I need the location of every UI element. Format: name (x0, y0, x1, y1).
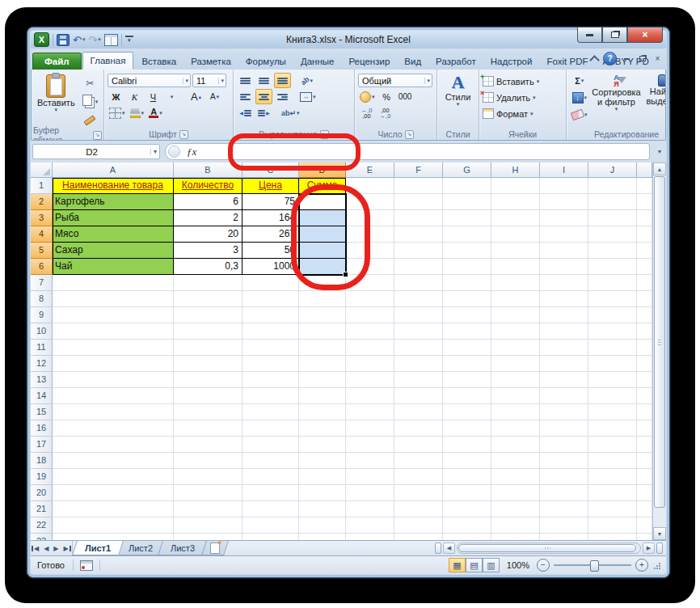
cell-B5[interactable]: 3 (174, 243, 242, 259)
ribbon-tab-4[interactable]: Формулы (238, 53, 293, 70)
view-normal-button[interactable]: ▦ (449, 558, 466, 572)
cell-A8[interactable] (53, 291, 174, 307)
cell-A5[interactable]: Сахар (53, 243, 174, 259)
cell-A14[interactable] (53, 388, 174, 404)
cell-F10[interactable] (394, 323, 443, 340)
cell-H17[interactable] (491, 437, 540, 453)
cell-J22[interactable] (588, 517, 637, 534)
window-split-handle[interactable] (656, 543, 663, 554)
cell-H19[interactable] (491, 469, 540, 485)
cell-A9[interactable] (53, 307, 174, 323)
cell-A1[interactable]: Наименование товара (53, 178, 174, 194)
cell-J7[interactable] (588, 275, 637, 291)
cell-H16[interactable] (491, 420, 540, 437)
cell-H1[interactable] (491, 178, 540, 194)
italic-button[interactable]: К (126, 89, 143, 104)
cell-C4[interactable]: 267 (242, 226, 299, 243)
cell-F19[interactable] (394, 469, 443, 485)
cell-F7[interactable] (394, 275, 443, 291)
cell-D12[interactable] (299, 356, 346, 372)
align-right-button[interactable] (274, 89, 291, 104)
cell-I7[interactable] (540, 275, 588, 291)
autosum-button[interactable]: Σ▾ (570, 73, 589, 88)
cell-H2[interactable] (491, 194, 540, 210)
horizontal-scroll-thumb[interactable] (458, 544, 636, 552)
cell-J14[interactable] (588, 388, 637, 404)
cell-F21[interactable] (394, 501, 443, 517)
cell-I17[interactable] (540, 437, 588, 453)
cell-J6[interactable] (588, 259, 637, 275)
sheet-tab-3[interactable]: Лист3 (158, 541, 208, 555)
cell-I8[interactable] (540, 291, 588, 307)
cell-B21[interactable] (174, 501, 242, 517)
cell-F12[interactable] (394, 356, 443, 372)
cell-C6[interactable]: 1000 (242, 259, 299, 275)
ribbon-tab-7[interactable]: Вид (397, 53, 428, 70)
cell-B4[interactable]: 20 (174, 226, 242, 243)
first-sheet-icon[interactable]: ◀ (34, 545, 39, 552)
cell-C11[interactable] (242, 340, 299, 356)
scroll-up-icon[interactable]: ▲ (653, 163, 666, 175)
col-header-B[interactable]: B (174, 163, 242, 178)
cell-B23[interactable] (174, 534, 242, 540)
cell-C7[interactable] (242, 275, 299, 291)
cell-I10[interactable] (540, 323, 588, 340)
cell-B16[interactable] (174, 420, 242, 437)
cell-J20[interactable] (588, 485, 637, 501)
cell-F1[interactable] (394, 178, 443, 194)
col-header-I[interactable]: I (540, 163, 588, 178)
cell-A2[interactable]: Картофель (53, 194, 174, 210)
cell-B22[interactable] (174, 517, 242, 534)
help-icon[interactable]: ? (603, 52, 617, 65)
cell-G10[interactable] (443, 323, 491, 340)
horizontal-scroll-track[interactable] (457, 543, 641, 554)
cell-H8[interactable] (491, 291, 540, 307)
formula-input-area[interactable]: ƒx (165, 143, 650, 160)
cell-A10[interactable] (53, 323, 174, 340)
cell-C1[interactable]: Цена (242, 178, 299, 194)
cell-B17[interactable] (174, 437, 242, 453)
cell-G19[interactable] (443, 469, 491, 485)
cell-B6[interactable]: 0,3 (174, 259, 242, 275)
cell-G8[interactable] (443, 291, 491, 307)
cell-J13[interactable] (588, 372, 637, 388)
row-header-4[interactable]: 4 (31, 226, 53, 243)
quick-table-icon[interactable] (104, 34, 118, 46)
cell-B8[interactable] (174, 291, 242, 307)
cell-C16[interactable] (242, 420, 299, 437)
cell-C20[interactable] (242, 485, 299, 501)
cell-E15[interactable] (346, 404, 394, 420)
cell-G1[interactable] (443, 178, 491, 194)
row-header-23[interactable]: 23 (31, 534, 53, 540)
cell-F20[interactable] (394, 485, 443, 501)
cell-D9[interactable] (299, 307, 346, 323)
ribbon-tab-1[interactable]: Главная (82, 52, 134, 70)
cell-E13[interactable] (346, 372, 394, 388)
font-family-combo[interactable]: Calibri▾ (108, 74, 191, 87)
cell-F22[interactable] (394, 517, 443, 534)
cell-A20[interactable] (53, 485, 174, 501)
col-header-F[interactable]: F (394, 163, 443, 178)
cell-D11[interactable] (299, 340, 346, 356)
cell-B11[interactable] (174, 340, 242, 356)
sort-filter-button[interactable]: АЯ Сортировка и фильтр▾ (591, 73, 643, 127)
copy-button[interactable]: ▾ (81, 94, 100, 109)
dialog-launcher-icon[interactable]: ↘ (93, 131, 102, 140)
dialog-launcher-icon[interactable]: ↘ (320, 130, 329, 139)
cell-D1[interactable]: Сумма (299, 178, 346, 194)
expand-formula-bar-icon[interactable]: ▾ (655, 148, 664, 155)
cell-B13[interactable] (174, 372, 242, 388)
cell-A13[interactable] (53, 372, 174, 388)
cell-J21[interactable] (588, 501, 637, 517)
insert-function-icon[interactable]: ƒx (187, 146, 196, 158)
cell-E11[interactable] (346, 340, 394, 356)
scroll-down-icon[interactable]: ▼ (653, 527, 666, 540)
cell-I14[interactable] (540, 388, 588, 404)
cell-C9[interactable] (242, 307, 299, 323)
cell-A11[interactable] (53, 340, 174, 356)
row-header-10[interactable]: 10 (31, 323, 53, 340)
cell-H11[interactable] (491, 340, 540, 356)
row-header-8[interactable]: 8 (31, 291, 53, 307)
cell-B7[interactable] (174, 275, 242, 291)
cell-G21[interactable] (443, 501, 491, 517)
